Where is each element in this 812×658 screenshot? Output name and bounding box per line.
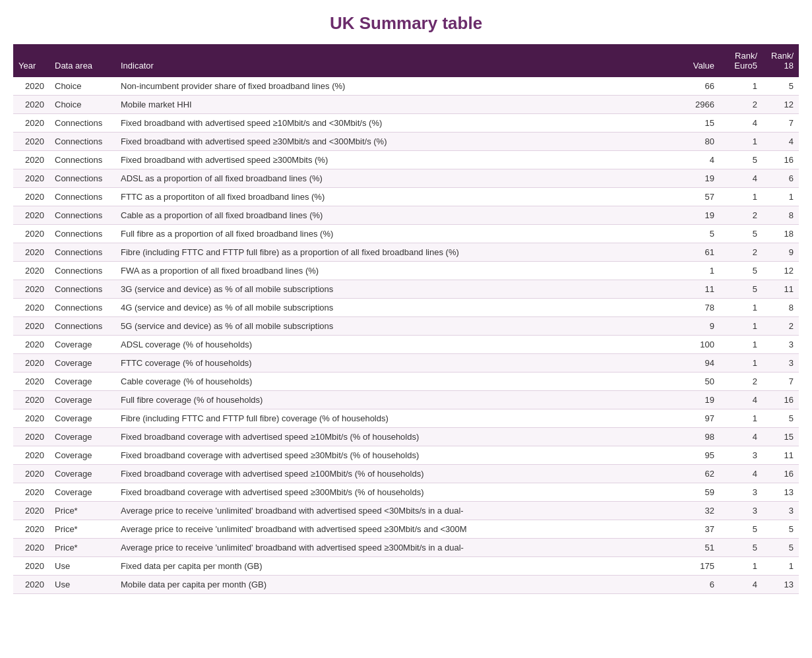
cell-rank-18: 15 (763, 428, 799, 446)
table-row: 2020Connections4G (service and device) a… (13, 299, 799, 317)
cell-year: 2020 (13, 188, 49, 206)
cell-indicator: Full fibre as a proportion of all fixed … (115, 225, 677, 243)
cell-area: Coverage (49, 373, 115, 391)
cell-rank-euro5: 2 (720, 206, 763, 225)
cell-rank-18: 2 (763, 317, 799, 336)
cell-rank-18: 12 (763, 96, 799, 114)
table-row: 2020CoverageFTTC coverage (% of househol… (13, 354, 799, 373)
cell-value: 51 (677, 539, 720, 557)
cell-area: Connections (49, 243, 115, 262)
cell-value: 57 (677, 188, 720, 206)
cell-year: 2020 (13, 225, 49, 243)
table-row: 2020ConnectionsFWA as a proportion of al… (13, 262, 799, 280)
cell-area: Coverage (49, 409, 115, 428)
cell-year: 2020 (13, 336, 49, 354)
cell-value: 37 (677, 520, 720, 539)
cell-year: 2020 (13, 483, 49, 502)
table-row: 2020ChoiceMobile market HHI2966212 (13, 96, 799, 114)
cell-value: 2966 (677, 96, 720, 114)
cell-value: 5 (677, 225, 720, 243)
cell-rank-18: 16 (763, 391, 799, 409)
cell-year: 2020 (13, 465, 49, 483)
cell-area: Connections (49, 206, 115, 225)
cell-indicator: Fibre (including FTTC and FTTP full fibr… (115, 243, 677, 262)
cell-year: 2020 (13, 557, 49, 576)
cell-rank-18: 6 (763, 169, 799, 188)
cell-rank-18: 12 (763, 262, 799, 280)
cell-rank-18: 16 (763, 151, 799, 169)
cell-rank-euro5: 1 (720, 557, 763, 576)
table-row: 2020CoverageFixed broadband coverage wit… (13, 446, 799, 465)
header-year: Year (13, 44, 49, 77)
cell-value: 19 (677, 206, 720, 225)
cell-year: 2020 (13, 446, 49, 465)
table-row: 2020Price*Average price to receive 'unli… (13, 502, 799, 520)
cell-indicator: Fibre (including FTTC and FTTP full fibr… (115, 409, 677, 428)
cell-rank-euro5: 1 (720, 409, 763, 428)
cell-indicator: Fixed broadband with advertised speed ≥1… (115, 114, 677, 133)
cell-area: Coverage (49, 483, 115, 502)
cell-year: 2020 (13, 391, 49, 409)
page-title: UK Summary table (13, 13, 799, 34)
cell-area: Connections (49, 169, 115, 188)
cell-year: 2020 (13, 280, 49, 299)
cell-value: 95 (677, 446, 720, 465)
cell-rank-18: 13 (763, 483, 799, 502)
header-indicator: Indicator (115, 44, 677, 77)
cell-rank-euro5: 1 (720, 317, 763, 336)
cell-indicator: Fixed broadband coverage with advertised… (115, 483, 677, 502)
cell-indicator: Fixed broadband coverage with advertised… (115, 446, 677, 465)
cell-indicator: Non-incumbent provider share of fixed br… (115, 77, 677, 96)
table-row: 2020ConnectionsFixed broadband with adve… (13, 133, 799, 151)
cell-value: 11 (677, 280, 720, 299)
cell-area: Use (49, 557, 115, 576)
cell-area: Connections (49, 280, 115, 299)
cell-year: 2020 (13, 409, 49, 428)
cell-value: 62 (677, 465, 720, 483)
cell-rank-euro5: 2 (720, 96, 763, 114)
table-row: 2020CoverageFull fibre coverage (% of ho… (13, 391, 799, 409)
cell-value: 80 (677, 133, 720, 151)
cell-indicator: ADSL as a proportion of all fixed broadb… (115, 169, 677, 188)
cell-value: 94 (677, 354, 720, 373)
header-area: Data area (49, 44, 115, 77)
cell-rank-18: 8 (763, 206, 799, 225)
table-row: 2020ConnectionsFTTC as a proportiton of … (13, 188, 799, 206)
cell-rank-18: 13 (763, 576, 799, 594)
cell-area: Connections (49, 188, 115, 206)
cell-indicator: 5G (service and device) as % of all mobi… (115, 317, 677, 336)
cell-year: 2020 (13, 243, 49, 262)
cell-area: Connections (49, 225, 115, 243)
table-row: 2020CoverageFixed broadband coverage wit… (13, 465, 799, 483)
cell-value: 98 (677, 428, 720, 446)
table-body: 2020ChoiceNon-incumbent provider share o… (13, 77, 799, 594)
cell-year: 2020 (13, 502, 49, 520)
table-row: 2020UseMobile data per capita per month … (13, 576, 799, 594)
cell-rank-euro5: 5 (720, 539, 763, 557)
cell-indicator: Average price to receive 'unlimited' bro… (115, 539, 677, 557)
cell-indicator: Mobile market HHI (115, 96, 677, 114)
cell-area: Choice (49, 96, 115, 114)
cell-rank-euro5: 1 (720, 77, 763, 96)
table-row: 2020ConnectionsFibre (including FTTC and… (13, 243, 799, 262)
cell-area: Choice (49, 77, 115, 96)
cell-indicator: ADSL coverage (% of households) (115, 336, 677, 354)
cell-value: 97 (677, 409, 720, 428)
cell-rank-euro5: 5 (720, 225, 763, 243)
cell-rank-euro5: 1 (720, 354, 763, 373)
cell-year: 2020 (13, 114, 49, 133)
cell-rank-euro5: 5 (720, 520, 763, 539)
cell-value: 4 (677, 151, 720, 169)
cell-rank-18: 4 (763, 133, 799, 151)
cell-rank-18: 5 (763, 77, 799, 96)
cell-rank-18: 7 (763, 114, 799, 133)
cell-rank-euro5: 4 (720, 169, 763, 188)
table-row: 2020CoverageFixed broadband coverage wit… (13, 483, 799, 502)
cell-indicator: Cable coverage (% of households) (115, 373, 677, 391)
cell-area: Connections (49, 262, 115, 280)
cell-rank-18: 3 (763, 502, 799, 520)
cell-rank-euro5: 5 (720, 151, 763, 169)
cell-rank-euro5: 4 (720, 465, 763, 483)
cell-rank-euro5: 2 (720, 243, 763, 262)
cell-rank-18: 18 (763, 225, 799, 243)
